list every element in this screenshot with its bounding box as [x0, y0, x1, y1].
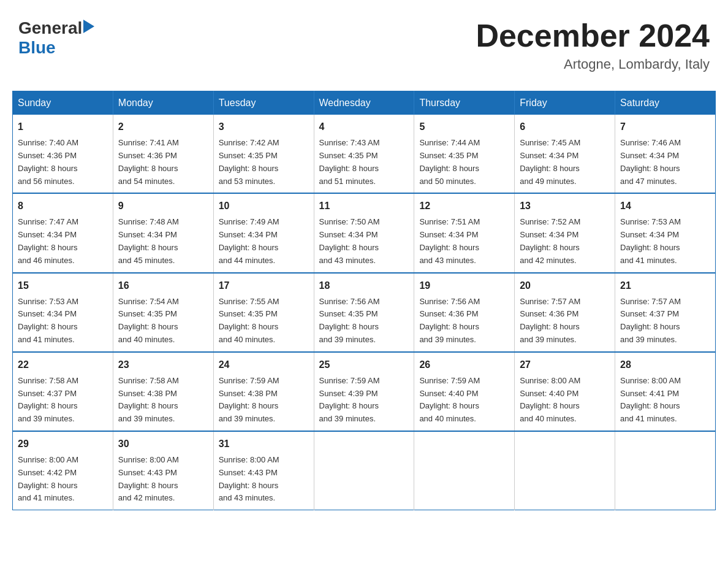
location: Artogne, Lombardy, Italy: [476, 56, 710, 72]
logo: General Blue: [18, 18, 94, 58]
day-info: Sunrise: 7:44 AM Sunset: 4:35 PM Dayligh…: [419, 137, 509, 188]
calendar-cell: 11 Sunrise: 7:50 AM Sunset: 4:34 PM Dayl…: [314, 193, 414, 272]
day-info: Sunrise: 7:57 AM Sunset: 4:37 PM Dayligh…: [620, 296, 710, 347]
calendar-cell: 12 Sunrise: 7:51 AM Sunset: 4:34 PM Dayl…: [414, 193, 515, 272]
day-info: Sunrise: 7:41 AM Sunset: 4:36 PM Dayligh…: [118, 137, 208, 188]
day-number: 23: [118, 358, 208, 372]
day-number: 7: [620, 120, 710, 134]
col-saturday: Saturday: [615, 91, 716, 115]
header-row: Sunday Monday Tuesday Wednesday Thursday…: [13, 91, 716, 115]
calendar-cell: 9 Sunrise: 7:48 AM Sunset: 4:34 PM Dayli…: [113, 193, 213, 272]
week-row-2: 8 Sunrise: 7:47 AM Sunset: 4:34 PM Dayli…: [13, 193, 716, 272]
day-number: 8: [18, 199, 108, 213]
day-number: 25: [319, 358, 409, 372]
day-info: Sunrise: 7:43 AM Sunset: 4:35 PM Dayligh…: [319, 137, 409, 188]
calendar-cell: 15 Sunrise: 7:53 AM Sunset: 4:34 PM Dayl…: [13, 273, 113, 352]
day-number: 21: [620, 278, 710, 293]
calendar-cell: 29 Sunrise: 8:00 AM Sunset: 4:42 PM Dayl…: [13, 431, 113, 510]
calendar-cell: [515, 431, 615, 510]
calendar-cell: [615, 431, 716, 510]
calendar-cell: 8 Sunrise: 7:47 AM Sunset: 4:34 PM Dayli…: [13, 193, 113, 272]
week-row-1: 1 Sunrise: 7:40 AM Sunset: 4:36 PM Dayli…: [13, 115, 716, 193]
logo-arrow-icon: [83, 20, 94, 36]
calendar-cell: 3 Sunrise: 7:42 AM Sunset: 4:35 PM Dayli…: [213, 115, 314, 193]
day-info: Sunrise: 7:53 AM Sunset: 4:34 PM Dayligh…: [620, 216, 710, 267]
calendar-cell: 31 Sunrise: 8:00 AM Sunset: 4:43 PM Dayl…: [213, 431, 314, 510]
day-info: Sunrise: 7:40 AM Sunset: 4:36 PM Dayligh…: [18, 137, 108, 188]
day-info: Sunrise: 7:55 AM Sunset: 4:35 PM Dayligh…: [219, 296, 309, 347]
day-number: 6: [520, 120, 610, 134]
calendar-cell: [314, 431, 414, 510]
calendar-cell: 7 Sunrise: 7:46 AM Sunset: 4:34 PM Dayli…: [615, 115, 716, 193]
day-info: Sunrise: 8:00 AM Sunset: 4:42 PM Dayligh…: [18, 454, 108, 505]
calendar-cell: 2 Sunrise: 7:41 AM Sunset: 4:36 PM Dayli…: [113, 115, 213, 193]
day-number: 29: [18, 437, 108, 451]
day-number: 5: [419, 120, 509, 134]
day-number: 11: [319, 199, 409, 213]
day-info: Sunrise: 7:47 AM Sunset: 4:34 PM Dayligh…: [18, 216, 108, 267]
day-number: 16: [118, 278, 208, 293]
calendar-cell: 30 Sunrise: 8:00 AM Sunset: 4:43 PM Dayl…: [113, 431, 213, 510]
day-info: Sunrise: 7:49 AM Sunset: 4:34 PM Dayligh…: [219, 216, 309, 267]
day-number: 20: [520, 278, 610, 293]
calendar-cell: 25 Sunrise: 7:59 AM Sunset: 4:39 PM Dayl…: [314, 352, 414, 431]
day-info: Sunrise: 8:00 AM Sunset: 4:43 PM Dayligh…: [219, 454, 309, 505]
calendar-header: Sunday Monday Tuesday Wednesday Thursday…: [13, 91, 716, 115]
day-number: 10: [219, 199, 309, 213]
calendar-cell: 27 Sunrise: 8:00 AM Sunset: 4:40 PM Dayl…: [515, 352, 615, 431]
day-info: Sunrise: 7:53 AM Sunset: 4:34 PM Dayligh…: [18, 296, 108, 347]
day-number: 3: [219, 120, 309, 134]
day-info: Sunrise: 7:42 AM Sunset: 4:35 PM Dayligh…: [219, 137, 309, 188]
day-info: Sunrise: 7:52 AM Sunset: 4:34 PM Dayligh…: [520, 216, 610, 267]
day-info: Sunrise: 7:50 AM Sunset: 4:34 PM Dayligh…: [319, 216, 409, 267]
day-info: Sunrise: 7:45 AM Sunset: 4:34 PM Dayligh…: [520, 137, 610, 188]
calendar-cell: 13 Sunrise: 7:52 AM Sunset: 4:34 PM Dayl…: [515, 193, 615, 272]
calendar-table: Sunday Monday Tuesday Wednesday Thursday…: [12, 91, 716, 510]
day-number: 26: [419, 358, 509, 372]
week-row-3: 15 Sunrise: 7:53 AM Sunset: 4:34 PM Dayl…: [13, 273, 716, 352]
calendar-cell: 23 Sunrise: 7:58 AM Sunset: 4:38 PM Dayl…: [113, 352, 213, 431]
logo-general: General: [18, 18, 82, 38]
col-wednesday: Wednesday: [314, 91, 414, 115]
day-info: Sunrise: 7:51 AM Sunset: 4:34 PM Dayligh…: [419, 216, 509, 267]
day-info: Sunrise: 8:00 AM Sunset: 4:40 PM Dayligh…: [520, 375, 610, 426]
day-number: 19: [419, 278, 509, 293]
col-monday: Monday: [113, 91, 213, 115]
day-number: 4: [319, 120, 409, 134]
col-tuesday: Tuesday: [213, 91, 314, 115]
day-info: Sunrise: 7:57 AM Sunset: 4:36 PM Dayligh…: [520, 296, 610, 347]
col-thursday: Thursday: [414, 91, 515, 115]
page-header: General Blue December 2024 Artogne, Lomb…: [12, 12, 716, 79]
day-number: 15: [18, 278, 108, 293]
day-info: Sunrise: 7:59 AM Sunset: 4:38 PM Dayligh…: [219, 375, 309, 426]
day-number: 2: [118, 120, 208, 134]
calendar-cell: 1 Sunrise: 7:40 AM Sunset: 4:36 PM Dayli…: [13, 115, 113, 193]
day-info: Sunrise: 7:48 AM Sunset: 4:34 PM Dayligh…: [118, 216, 208, 267]
calendar-cell: 5 Sunrise: 7:44 AM Sunset: 4:35 PM Dayli…: [414, 115, 515, 193]
day-info: Sunrise: 8:00 AM Sunset: 4:43 PM Dayligh…: [118, 454, 208, 505]
day-info: Sunrise: 7:56 AM Sunset: 4:36 PM Dayligh…: [419, 296, 509, 347]
day-number: 30: [118, 437, 208, 451]
day-number: 18: [319, 278, 409, 293]
day-info: Sunrise: 7:56 AM Sunset: 4:35 PM Dayligh…: [319, 296, 409, 347]
day-info: Sunrise: 8:00 AM Sunset: 4:41 PM Dayligh…: [620, 375, 710, 426]
day-number: 31: [219, 437, 309, 451]
day-number: 22: [18, 358, 108, 372]
calendar-cell: 28 Sunrise: 8:00 AM Sunset: 4:41 PM Dayl…: [615, 352, 716, 431]
col-friday: Friday: [515, 91, 615, 115]
logo-blue: Blue: [18, 38, 56, 57]
day-info: Sunrise: 7:58 AM Sunset: 4:38 PM Dayligh…: [118, 375, 208, 426]
week-row-5: 29 Sunrise: 8:00 AM Sunset: 4:42 PM Dayl…: [13, 431, 716, 510]
calendar-cell: 20 Sunrise: 7:57 AM Sunset: 4:36 PM Dayl…: [515, 273, 615, 352]
calendar-cell: 14 Sunrise: 7:53 AM Sunset: 4:34 PM Dayl…: [615, 193, 716, 272]
day-number: 17: [219, 278, 309, 293]
title-section: December 2024 Artogne, Lombardy, Italy: [476, 18, 710, 72]
month-title: December 2024: [476, 18, 710, 53]
day-number: 24: [219, 358, 309, 372]
calendar-cell: 18 Sunrise: 7:56 AM Sunset: 4:35 PM Dayl…: [314, 273, 414, 352]
day-number: 14: [620, 199, 710, 213]
day-info: Sunrise: 7:46 AM Sunset: 4:34 PM Dayligh…: [620, 137, 710, 188]
day-info: Sunrise: 7:59 AM Sunset: 4:39 PM Dayligh…: [319, 375, 409, 426]
calendar-cell: 16 Sunrise: 7:54 AM Sunset: 4:35 PM Dayl…: [113, 273, 213, 352]
week-row-4: 22 Sunrise: 7:58 AM Sunset: 4:37 PM Dayl…: [13, 352, 716, 431]
